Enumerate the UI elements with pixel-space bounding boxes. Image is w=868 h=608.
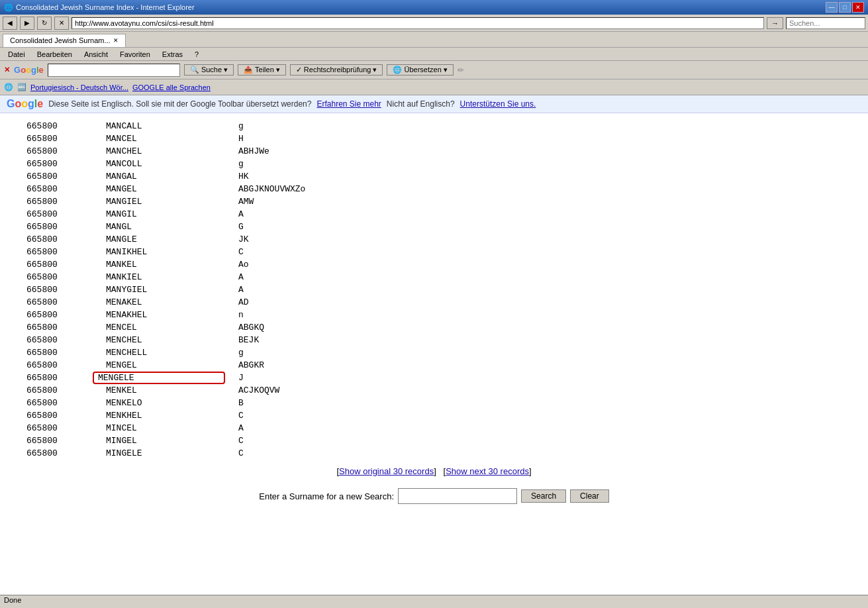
- row-sources: B: [225, 397, 855, 409]
- search-button[interactable]: Search: [521, 489, 566, 503]
- stop-button[interactable]: ✕: [54, 17, 69, 30]
- row-code: 665800: [13, 158, 93, 170]
- menu-help[interactable]: ?: [189, 50, 204, 59]
- menu-bar: Datei Bearbeiten Ansicht Favoriten Extra…: [0, 48, 868, 61]
- row-sources: Ao: [225, 258, 855, 271]
- row-surname[interactable]: MANYGIEL: [93, 283, 225, 296]
- translate-btn[interactable]: 🌐 Übersetzen ▾: [387, 64, 453, 76]
- row-sources: ACJKOQVW: [225, 384, 855, 397]
- tab-0[interactable]: Consolidated Jewish Surnam... ✕: [3, 34, 126, 47]
- row-surname[interactable]: MENCHELL: [93, 346, 225, 359]
- table-row: 665800MANGLG: [13, 221, 855, 233]
- table-row: 665800MANGILA: [13, 208, 855, 221]
- learn-more-link[interactable]: Erfahren Sie mehr: [316, 99, 381, 109]
- row-surname[interactable]: MANGAL: [93, 170, 225, 183]
- refresh-button[interactable]: ↻: [37, 17, 52, 30]
- address-input[interactable]: [72, 17, 764, 29]
- tab-label: Consolidated Jewish Surnam...: [10, 36, 111, 44]
- minimize-btn[interactable]: —: [826, 2, 838, 13]
- tab-close-0[interactable]: ✕: [113, 37, 119, 44]
- row-sources: HK: [225, 170, 855, 183]
- show-original-link[interactable]: Show original 30 records: [339, 466, 434, 476]
- row-sources: n: [225, 309, 855, 321]
- row-sources: C: [225, 447, 855, 460]
- row-surname[interactable]: MANGLE: [93, 233, 225, 246]
- table-row: 665800MENGELEJ: [13, 372, 855, 384]
- row-surname[interactable]: MANCHEL: [93, 145, 225, 158]
- row-surname[interactable]: MENGELE: [93, 372, 225, 384]
- row-code: 665800: [13, 422, 93, 434]
- row-code: 665800: [13, 372, 93, 384]
- portuguese-deutsch-link[interactable]: Portugiesisch - Deutsch Wör...: [30, 83, 128, 91]
- row-surname[interactable]: MENCHEL: [93, 334, 225, 346]
- row-surname[interactable]: MANKEL: [93, 258, 225, 271]
- row-sources: ABGKR: [225, 359, 855, 372]
- row-surname[interactable]: MANCALL: [93, 120, 225, 132]
- menu-ansicht[interactable]: Ansicht: [79, 50, 113, 59]
- new-search-form: Enter a Surname for a new Search: Search…: [13, 483, 855, 515]
- row-sources: J: [225, 372, 855, 384]
- table-row: 665800MANKELAo: [13, 258, 855, 271]
- row-surname[interactable]: MANGL: [93, 221, 225, 233]
- menu-favoriten[interactable]: Favoriten: [115, 50, 156, 59]
- table-row: 665800MANCHELABHJWe: [13, 145, 855, 158]
- google-share-btn[interactable]: 📤 Teilen ▾: [238, 64, 286, 76]
- google-search-btn[interactable]: 🔍 Suche ▾: [184, 64, 234, 76]
- row-surname[interactable]: MANGIL: [93, 208, 225, 221]
- row-code: 665800: [13, 170, 93, 183]
- row-code: 665800: [13, 447, 93, 460]
- row-surname[interactable]: MENKEL: [93, 384, 225, 397]
- title-bar: 🌐 Consolidated Jewish Surname Index - In…: [0, 0, 868, 15]
- row-surname[interactable]: MANGEL: [93, 183, 225, 195]
- google-search-input[interactable]: [48, 64, 180, 77]
- table-row: 665800MANCELH: [13, 132, 855, 145]
- browser-search-input[interactable]: [786, 17, 865, 29]
- menu-datei[interactable]: Datei: [3, 50, 30, 59]
- table-row: 665800MENAKELAD: [13, 296, 855, 309]
- menu-bearbeiten[interactable]: Bearbeiten: [32, 50, 77, 59]
- spellcheck-btn[interactable]: ✓ Rechtschreibprüfung ▾: [290, 64, 383, 76]
- row-surname[interactable]: MANCOLL: [93, 158, 225, 170]
- row-surname[interactable]: MINGELE: [93, 447, 225, 460]
- row-surname[interactable]: MENKELO: [93, 397, 225, 409]
- row-code: 665800: [13, 145, 93, 158]
- row-surname[interactable]: MANCEL: [93, 132, 225, 145]
- translate-message: Diese Seite ist Englisch. Soll sie mit d…: [48, 99, 311, 109]
- row-surname[interactable]: MANGIEL: [93, 195, 225, 208]
- row-code: 665800: [13, 195, 93, 208]
- not-english-text: Nicht auf Englisch?: [387, 99, 455, 109]
- row-surname[interactable]: MANIKHEL: [93, 246, 225, 258]
- surname-search-input[interactable]: [398, 488, 517, 504]
- row-sources: JK: [225, 233, 855, 246]
- row-surname[interactable]: MENAKHEL: [93, 309, 225, 321]
- row-surname[interactable]: MANKIEL: [93, 271, 225, 283]
- table-row: 665800MANGELABGJKNOUVWXZo: [13, 183, 855, 195]
- back-button[interactable]: ◀: [3, 17, 17, 30]
- support-link[interactable]: Unterstützen Sie uns.: [460, 99, 536, 109]
- row-code: 665800: [13, 334, 93, 346]
- row-sources: C: [225, 246, 855, 258]
- row-surname[interactable]: MENAKEL: [93, 296, 225, 309]
- clear-button[interactable]: Clear: [570, 489, 609, 503]
- row-sources: ABGJKNOUVWXZo: [225, 183, 855, 195]
- show-next-link[interactable]: Show next 30 records: [446, 466, 529, 476]
- row-surname[interactable]: MINGEL: [93, 434, 225, 447]
- forward-button[interactable]: ▶: [20, 17, 34, 30]
- row-surname[interactable]: MENGEL: [93, 359, 225, 372]
- maximize-btn[interactable]: □: [839, 2, 851, 13]
- row-surname[interactable]: MENCEL: [93, 321, 225, 334]
- row-sources: A: [225, 422, 855, 434]
- toolbar-close-btn[interactable]: ✕: [4, 66, 10, 74]
- main-content: 665800MANCALLg665800MANCELH665800MANCHEL…: [0, 113, 868, 521]
- row-sources: AD: [225, 296, 855, 309]
- row-code: 665800: [13, 271, 93, 283]
- row-code: 665800: [13, 409, 93, 422]
- google-all-languages-link[interactable]: GOOGLE alle Sprachen: [132, 83, 211, 91]
- menu-extras[interactable]: Extras: [157, 50, 188, 59]
- row-surname[interactable]: MENKHEL: [93, 409, 225, 422]
- google-logo-large: Google: [7, 98, 43, 110]
- table-row: 665800MANIKHELC: [13, 246, 855, 258]
- go-button[interactable]: →: [767, 17, 783, 29]
- close-btn[interactable]: ✕: [852, 2, 864, 13]
- row-surname[interactable]: MINCEL: [93, 422, 225, 434]
